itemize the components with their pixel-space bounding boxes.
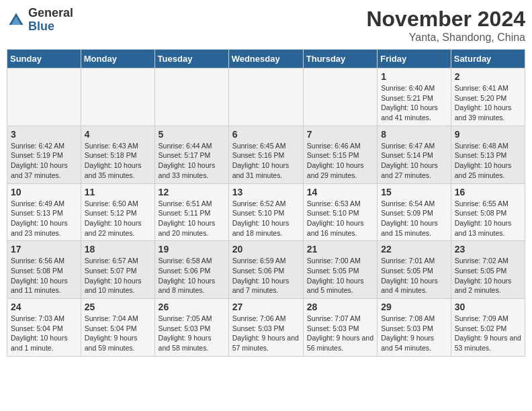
logo-icon	[7, 11, 26, 30]
day-info: Sunrise: 6:42 AM Sunset: 5:19 PM Dayligh…	[11, 141, 77, 181]
day-number: 15	[381, 187, 447, 197]
day-info: Sunrise: 7:02 AM Sunset: 5:05 PM Dayligh…	[455, 256, 521, 295]
day-number: 6	[232, 129, 300, 140]
calendar-cell: 30Sunrise: 7:09 AM Sunset: 5:02 PM Dayli…	[451, 299, 525, 357]
day-number: 30	[455, 302, 521, 312]
day-header-thursday: Thursday	[303, 50, 377, 68]
calendar-week-row: 1Sunrise: 6:40 AM Sunset: 5:21 PM Daylig…	[7, 68, 525, 126]
day-info: Sunrise: 7:09 AM Sunset: 5:02 PM Dayligh…	[455, 314, 521, 353]
day-number: 9	[455, 129, 521, 140]
logo: General Blue	[7, 7, 73, 34]
calendar-cell: 19Sunrise: 6:58 AM Sunset: 5:06 PM Dayli…	[154, 241, 228, 299]
day-info: Sunrise: 6:54 AM Sunset: 5:09 PM Dayligh…	[381, 199, 447, 238]
day-number: 1	[381, 71, 447, 82]
day-info: Sunrise: 6:41 AM Sunset: 5:20 PM Dayligh…	[455, 83, 521, 123]
calendar-cell: 21Sunrise: 7:00 AM Sunset: 5:05 PM Dayli…	[303, 241, 377, 299]
day-info: Sunrise: 7:08 AM Sunset: 5:03 PM Dayligh…	[381, 314, 447, 353]
day-number: 12	[159, 187, 225, 197]
calendar-week-row: 24Sunrise: 7:03 AM Sunset: 5:04 PM Dayli…	[7, 299, 525, 357]
calendar-week-row: 17Sunrise: 6:56 AM Sunset: 5:08 PM Dayli…	[7, 241, 525, 299]
day-info: Sunrise: 6:51 AM Sunset: 5:11 PM Dayligh…	[159, 199, 225, 238]
day-number: 8	[381, 129, 447, 140]
calendar-cell: 6Sunrise: 6:45 AM Sunset: 5:16 PM Daylig…	[228, 126, 303, 183]
day-number: 17	[11, 244, 77, 255]
calendar-cell: 12Sunrise: 6:51 AM Sunset: 5:11 PM Dayli…	[154, 183, 228, 241]
day-info: Sunrise: 6:46 AM Sunset: 5:15 PM Dayligh…	[307, 141, 373, 181]
title-area: November 2024 Yanta, Shandong, China	[366, 7, 525, 44]
day-info: Sunrise: 7:05 AM Sunset: 5:03 PM Dayligh…	[159, 314, 225, 353]
day-number: 16	[455, 187, 521, 197]
calendar-cell: 22Sunrise: 7:01 AM Sunset: 5:05 PM Dayli…	[378, 241, 451, 299]
calendar-cell: 20Sunrise: 6:59 AM Sunset: 5:06 PM Dayli…	[228, 241, 303, 299]
day-info: Sunrise: 7:01 AM Sunset: 5:05 PM Dayligh…	[381, 256, 447, 295]
calendar-cell: 29Sunrise: 7:08 AM Sunset: 5:03 PM Dayli…	[378, 299, 451, 357]
calendar-cell: 8Sunrise: 6:47 AM Sunset: 5:14 PM Daylig…	[378, 126, 451, 183]
calendar-cell: 7Sunrise: 6:46 AM Sunset: 5:15 PM Daylig…	[303, 126, 377, 183]
day-header-saturday: Saturday	[451, 50, 525, 68]
calendar-cell: 26Sunrise: 7:05 AM Sunset: 5:03 PM Dayli…	[154, 299, 228, 357]
day-info: Sunrise: 6:44 AM Sunset: 5:17 PM Dayligh…	[159, 141, 225, 181]
day-info: Sunrise: 6:49 AM Sunset: 5:13 PM Dayligh…	[11, 199, 77, 238]
day-number: 3	[11, 129, 77, 140]
calendar-cell: 17Sunrise: 6:56 AM Sunset: 5:08 PM Dayli…	[7, 241, 81, 299]
calendar-cell: 10Sunrise: 6:49 AM Sunset: 5:13 PM Dayli…	[7, 183, 81, 241]
calendar-cell: 18Sunrise: 6:57 AM Sunset: 5:07 PM Dayli…	[81, 241, 154, 299]
calendar-cell: 1Sunrise: 6:40 AM Sunset: 5:21 PM Daylig…	[378, 68, 451, 126]
day-info: Sunrise: 7:00 AM Sunset: 5:05 PM Dayligh…	[307, 256, 373, 295]
calendar-cell: 13Sunrise: 6:52 AM Sunset: 5:10 PM Dayli…	[228, 183, 303, 241]
calendar-cell	[154, 68, 228, 126]
calendar-table: SundayMondayTuesdayWednesdayThursdayFrid…	[7, 49, 525, 357]
day-info: Sunrise: 6:59 AM Sunset: 5:06 PM Dayligh…	[232, 256, 300, 295]
calendar-cell	[303, 68, 377, 126]
day-header-sunday: Sunday	[7, 50, 81, 68]
location-subtitle: Yanta, Shandong, China	[366, 32, 525, 44]
calendar-cell: 3Sunrise: 6:42 AM Sunset: 5:19 PM Daylig…	[7, 126, 81, 183]
day-number: 29	[381, 302, 447, 312]
calendar-header-row: SundayMondayTuesdayWednesdayThursdayFrid…	[7, 50, 525, 68]
day-info: Sunrise: 7:03 AM Sunset: 5:04 PM Dayligh…	[11, 314, 77, 353]
calendar-cell: 16Sunrise: 6:55 AM Sunset: 5:08 PM Dayli…	[451, 183, 525, 241]
day-number: 22	[381, 244, 447, 255]
day-info: Sunrise: 6:40 AM Sunset: 5:21 PM Dayligh…	[381, 83, 447, 123]
calendar-cell: 11Sunrise: 6:50 AM Sunset: 5:12 PM Dayli…	[81, 183, 154, 241]
day-number: 2	[455, 71, 521, 82]
day-info: Sunrise: 7:07 AM Sunset: 5:03 PM Dayligh…	[307, 314, 373, 353]
logo-text: General Blue	[28, 7, 73, 34]
calendar-cell: 25Sunrise: 7:04 AM Sunset: 5:04 PM Dayli…	[81, 299, 154, 357]
day-number: 18	[85, 244, 151, 255]
calendar-cell	[7, 68, 81, 126]
day-number: 5	[159, 129, 225, 140]
day-header-wednesday: Wednesday	[228, 50, 303, 68]
calendar-cell: 15Sunrise: 6:54 AM Sunset: 5:09 PM Dayli…	[378, 183, 451, 241]
day-number: 11	[85, 187, 151, 197]
day-number: 7	[307, 129, 373, 140]
day-info: Sunrise: 6:56 AM Sunset: 5:08 PM Dayligh…	[11, 256, 77, 295]
day-number: 20	[232, 244, 300, 255]
calendar-cell: 14Sunrise: 6:53 AM Sunset: 5:10 PM Dayli…	[303, 183, 377, 241]
day-info: Sunrise: 6:47 AM Sunset: 5:14 PM Dayligh…	[381, 141, 447, 181]
day-info: Sunrise: 6:52 AM Sunset: 5:10 PM Dayligh…	[232, 199, 300, 238]
calendar-week-row: 10Sunrise: 6:49 AM Sunset: 5:13 PM Dayli…	[7, 183, 525, 241]
day-info: Sunrise: 7:06 AM Sunset: 5:03 PM Dayligh…	[232, 314, 300, 353]
day-info: Sunrise: 6:58 AM Sunset: 5:06 PM Dayligh…	[159, 256, 225, 295]
day-info: Sunrise: 6:57 AM Sunset: 5:07 PM Dayligh…	[85, 256, 151, 295]
day-number: 13	[232, 187, 300, 197]
day-number: 23	[455, 244, 521, 255]
day-header-tuesday: Tuesday	[154, 50, 228, 68]
day-info: Sunrise: 6:55 AM Sunset: 5:08 PM Dayligh…	[455, 199, 521, 238]
calendar-cell: 4Sunrise: 6:43 AM Sunset: 5:18 PM Daylig…	[81, 126, 154, 183]
calendar-cell	[81, 68, 154, 126]
day-number: 10	[11, 187, 77, 197]
calendar-cell: 2Sunrise: 6:41 AM Sunset: 5:20 PM Daylig…	[451, 68, 525, 126]
day-info: Sunrise: 6:50 AM Sunset: 5:12 PM Dayligh…	[85, 199, 151, 238]
day-header-monday: Monday	[81, 50, 154, 68]
day-header-friday: Friday	[378, 50, 451, 68]
calendar-cell	[228, 68, 303, 126]
day-number: 28	[307, 302, 373, 312]
day-info: Sunrise: 6:48 AM Sunset: 5:13 PM Dayligh…	[455, 141, 521, 181]
day-number: 14	[307, 187, 373, 197]
calendar-cell: 23Sunrise: 7:02 AM Sunset: 5:05 PM Dayli…	[451, 241, 525, 299]
calendar-cell: 24Sunrise: 7:03 AM Sunset: 5:04 PM Dayli…	[7, 299, 81, 357]
calendar-cell: 5Sunrise: 6:44 AM Sunset: 5:17 PM Daylig…	[154, 126, 228, 183]
calendar-cell: 9Sunrise: 6:48 AM Sunset: 5:13 PM Daylig…	[451, 126, 525, 183]
